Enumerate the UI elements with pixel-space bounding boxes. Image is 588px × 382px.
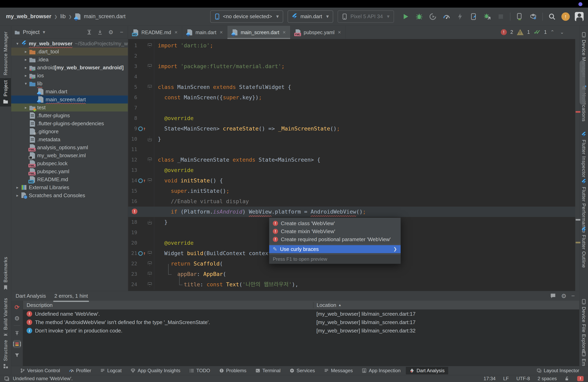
code-line-3[interactable]: 3import 'package:flutter/material.dart';: [128, 61, 575, 72]
error-intention-bulb-icon[interactable]: !: [132, 209, 138, 215]
profiler-button[interactable]: [442, 12, 451, 21]
tree-chevron-icon[interactable]: ▾: [22, 81, 29, 86]
tab-pubspec.yaml[interactable]: YMLpubspec.yaml✕: [290, 26, 346, 39]
toolwindow-dart-analysis[interactable]: Dart Analysis: [406, 367, 448, 374]
error-stripe-mark-gray[interactable]: [576, 219, 580, 221]
tree-chevron-icon[interactable]: ▸: [14, 185, 21, 190]
tree-item-my_web_browser[interactable]: ▾my_web_browser~/StudioProjects/my_w: [11, 39, 128, 48]
toolwindow-problems[interactable]: Problems: [215, 367, 250, 374]
panel-settings-icon[interactable]: ⚙: [561, 292, 567, 300]
toolwindow-app-quality-insights[interactable]: App Quality Insights: [127, 367, 184, 374]
stop-button[interactable]: [496, 12, 505, 21]
tree-item-ScratchesandConsoles[interactable]: ▸Scratches and Consoles: [11, 191, 128, 199]
tree-item-main.dart[interactable]: main.dart: [11, 88, 128, 96]
tree-chevron-icon[interactable]: ▾: [14, 41, 21, 46]
search-everywhere-button[interactable]: [547, 12, 556, 21]
popup-item-3[interactable]: ✎Use curly braces❯: [269, 245, 400, 253]
tree-item-.flutter-plugins[interactable]: .flutter-plugins: [11, 112, 128, 119]
settings-icon[interactable]: ⚙: [107, 29, 114, 36]
attach-debugger-button[interactable]: [483, 12, 492, 21]
popup-item-2[interactable]: !Create required positional parameter 'W…: [269, 235, 400, 243]
tab-close-icon[interactable]: ✕: [283, 30, 286, 35]
toolwindow-layout-inspector[interactable]: Layout Inspector: [533, 367, 583, 374]
analysis-row-1[interactable]: !The method 'AndroidWebView' isn't defin…: [23, 318, 579, 326]
fold-marker-icon[interactable]: [148, 251, 152, 256]
popup-item-0[interactable]: !Create class 'WebView': [269, 219, 400, 227]
stripe-item-structure[interactable]: Structure: [0, 338, 11, 371]
apply-changes-button[interactable]: [428, 12, 437, 21]
tree-item-.metadata[interactable]: .metadata: [11, 135, 128, 143]
toolwindow-app-inspection[interactable]: App Inspection: [358, 367, 404, 374]
fold-marker-icon[interactable]: [148, 64, 152, 69]
debug-button[interactable]: [415, 12, 424, 21]
breadcrumb-item[interactable]: my_web_browser: [6, 13, 51, 19]
tree-item-pubspec.yaml[interactable]: YMLpubspec.yaml: [11, 167, 128, 175]
fold-marker-icon[interactable]: [148, 137, 152, 141]
stripe-item-resource-manager[interactable]: Resource Manager: [0, 29, 11, 85]
toolwindow-version-control[interactable]: Version Control: [16, 367, 63, 374]
tree-chevron-icon[interactable]: ▸: [14, 193, 21, 198]
editor-scrollbar-thumb[interactable]: [580, 60, 585, 105]
tree-item-analysis_options.yaml[interactable]: YMLanalysis_options.yaml: [11, 143, 128, 152]
inspection-warnings-icon[interactable]: [517, 29, 524, 35]
fold-marker-icon[interactable]: [148, 282, 152, 287]
toolwindow-terminal[interactable]: Terminal: [252, 367, 284, 374]
inspection-errors-icon[interactable]: !: [501, 29, 507, 35]
tab-README.md[interactable]: MDREADME.md✕: [128, 26, 182, 39]
code-line-15[interactable]: 15 super.initState();: [128, 186, 575, 196]
toolwindow-profiler[interactable]: Profiler: [65, 367, 95, 374]
tree-item-test[interactable]: ▸test: [11, 103, 128, 112]
avatar[interactable]: [575, 12, 584, 21]
tree-item-.gitignore[interactable]: .gitignore: [11, 128, 128, 135]
fold-marker-icon[interactable]: [148, 43, 152, 48]
overriding-method-icon[interactable]: ↑: [138, 123, 146, 134]
code-line-11[interactable]: 11: [128, 144, 575, 155]
code-line-9[interactable]: 9↑ State<MainScreen> createState() => _M…: [128, 123, 575, 134]
code-line-7[interactable]: 7: [128, 103, 575, 113]
code-line-10[interactable]: 10}: [128, 134, 575, 144]
event-log-error-icon[interactable]: !: [577, 376, 584, 381]
prev-problem-icon[interactable]: ⌃: [550, 29, 554, 35]
tree-chevron-icon[interactable]: ▸: [22, 65, 29, 70]
analysis-row-2[interactable]: iDon't invoke 'print' in production code…: [23, 326, 579, 335]
breadcrumb-item[interactable]: main_screen.dart: [84, 13, 126, 19]
tab-close-icon[interactable]: ✕: [338, 30, 341, 35]
jump-to-source-icon[interactable]: [13, 329, 21, 337]
tree-item-lib[interactable]: ▾lib: [11, 79, 128, 88]
tree-chevron-icon[interactable]: ▸: [22, 57, 29, 62]
fold-marker-icon[interactable]: [148, 85, 152, 89]
status-caret-position[interactable]: 17:34: [483, 376, 496, 382]
feedback-bubble-icon[interactable]: [550, 292, 556, 299]
fold-marker-icon[interactable]: [148, 220, 152, 224]
panel-hide-icon[interactable]: −: [571, 292, 575, 299]
overriding-method-icon[interactable]: ↑: [138, 248, 146, 259]
instant-run-button[interactable]: [456, 12, 464, 21]
dart-analysis-badge-tab[interactable]: 2 errors, 1 hint: [54, 292, 88, 300]
code-line-4[interactable]: 4: [128, 72, 575, 82]
stripe-item-build-variants[interactable]: Build Variants: [0, 296, 11, 340]
sdk-manager-button[interactable]: [529, 12, 538, 21]
target-device-combo[interactable]: Pixel 5 API 34 ▼: [337, 10, 394, 23]
tab-main_screen.dart[interactable]: main_screen.dart✕: [227, 26, 290, 39]
toolwindow-messages[interactable]: Messages: [320, 367, 357, 374]
stripe-item-bookmarks[interactable]: Bookmarks: [0, 255, 11, 292]
status-encoding[interactable]: UTF-8: [516, 376, 530, 382]
window-layout-icon[interactable]: [4, 376, 10, 382]
fold-marker-icon[interactable]: [148, 272, 152, 276]
expand-collapse-icon[interactable]: [86, 29, 93, 36]
code-line-23[interactable]: 23 appBar: AppBar(: [128, 269, 575, 279]
stripe-item-project[interactable]: Project: [0, 78, 11, 107]
filter-icon[interactable]: [13, 351, 21, 359]
code-line-14[interactable]: 14↑ void initState() {: [128, 175, 575, 186]
device-selector-combo[interactable]: <no device selected> ▼: [210, 10, 283, 23]
code-line-2[interactable]: 2: [128, 51, 575, 61]
tree-item-ios[interactable]: ▸ios: [11, 72, 128, 79]
tree-chevron-icon[interactable]: ▸: [22, 73, 29, 78]
stripe-item-flutter-inspector[interactable]: Flutter Inspector: [579, 130, 588, 180]
tree-item-.dart_tool[interactable]: ▸.dart_tool: [11, 48, 128, 56]
code-line-5[interactable]: 5class MainScreen extends StatefulWidget…: [128, 82, 575, 92]
run-button[interactable]: [401, 12, 410, 21]
scroll-to-source-icon[interactable]: [97, 29, 104, 36]
overriding-method-icon[interactable]: ↑: [138, 175, 146, 186]
analysis-restart-icon[interactable]: ⟳: [13, 303, 21, 311]
